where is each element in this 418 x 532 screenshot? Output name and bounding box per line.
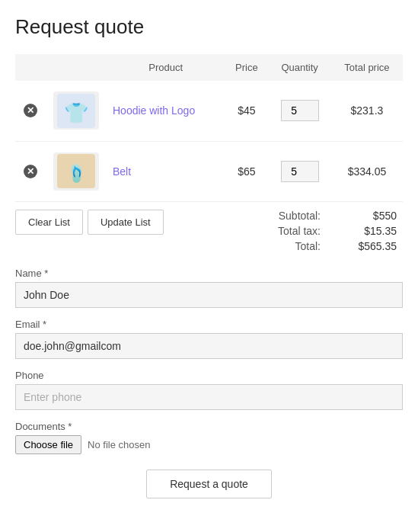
subtotal-label: Subtotal: [279, 210, 321, 222]
list-actions: Clear List Update List [15, 210, 164, 235]
phone-input[interactable] [15, 384, 403, 410]
product-thumb-cell: 🩴 [46, 141, 107, 202]
tax-label: Total tax: [278, 225, 321, 237]
phone-group: Phone [15, 370, 403, 410]
col-total: Total price [331, 54, 403, 81]
file-row: Choose file No file chosen [15, 435, 403, 454]
product-total-cell: $231.3 [331, 81, 403, 141]
email-label: Email * [15, 319, 403, 330]
documents-group: Documents * Choose file No file chosen [15, 421, 403, 454]
email-group: Email * [15, 319, 403, 359]
product-qty-cell [268, 141, 331, 202]
clear-list-button[interactable]: Clear List [15, 210, 83, 235]
table-row: ✕ 🩴 Belt $65 $334.05 [15, 141, 403, 202]
product-thumbnail: 🩴 [53, 152, 99, 191]
product-thumbnail: 👕 [53, 91, 99, 130]
product-price-cell: $45 [225, 81, 268, 141]
svg-text:👕: 👕 [64, 100, 89, 124]
col-price: Price [225, 54, 268, 81]
tax-line: Total tax: $15.35 [278, 225, 397, 237]
quantity-input[interactable] [281, 100, 319, 121]
quote-form: Name * Email * Phone Documents * Choose … [15, 268, 403, 454]
file-status: No file chosen [88, 439, 150, 450]
bottom-section: Clear List Update List Subtotal: $550 To… [15, 210, 403, 252]
remove-cell: ✕ [15, 81, 46, 141]
svg-text:🩴: 🩴 [66, 163, 88, 184]
remove-cell: ✕ [15, 141, 46, 202]
remove-icon: ✕ [24, 104, 37, 117]
remove-item-button[interactable]: ✕ [23, 164, 38, 179]
name-input[interactable] [15, 282, 403, 308]
quote-table: Product Price Quantity Total price ✕ 👕 H… [15, 54, 403, 202]
tax-value: $15.35 [351, 225, 397, 237]
request-quote-button[interactable]: Request a quote [146, 470, 272, 498]
product-price-cell: $65 [225, 141, 268, 202]
col-remove [15, 54, 46, 81]
product-total-cell: $334.05 [331, 141, 403, 202]
product-link[interactable]: Belt [113, 165, 131, 178]
remove-item-button[interactable]: ✕ [23, 103, 38, 118]
documents-label: Documents * [15, 421, 403, 432]
col-image [46, 54, 107, 81]
phone-label: Phone [15, 370, 403, 381]
product-link[interactable]: Hoodie with Logo [113, 104, 195, 117]
col-quantity: Quantity [268, 54, 331, 81]
product-name-cell: Belt [107, 141, 225, 202]
total-line: Total: $565.35 [295, 240, 397, 252]
choose-file-button[interactable]: Choose file [15, 435, 81, 454]
total-value: $565.35 [351, 240, 397, 252]
col-product: Product [107, 54, 225, 81]
total-label: Total: [295, 240, 321, 252]
page-title: Request quote [15, 15, 403, 39]
remove-icon: ✕ [24, 165, 37, 178]
email-input[interactable] [15, 333, 403, 359]
submit-row: Request a quote [15, 470, 403, 498]
name-group: Name * [15, 268, 403, 308]
subtotal-line: Subtotal: $550 [279, 210, 397, 222]
subtotal-value: $550 [351, 210, 397, 222]
product-qty-cell [268, 81, 331, 141]
product-name-cell: Hoodie with Logo [107, 81, 225, 141]
table-row: ✕ 👕 Hoodie with Logo $45 $231.3 [15, 81, 403, 141]
name-label: Name * [15, 268, 403, 279]
quantity-input[interactable] [281, 161, 319, 182]
update-list-button[interactable]: Update List [88, 210, 164, 235]
product-thumb-cell: 👕 [46, 81, 107, 141]
totals-block: Subtotal: $550 Total tax: $15.35 Total: … [278, 210, 403, 252]
